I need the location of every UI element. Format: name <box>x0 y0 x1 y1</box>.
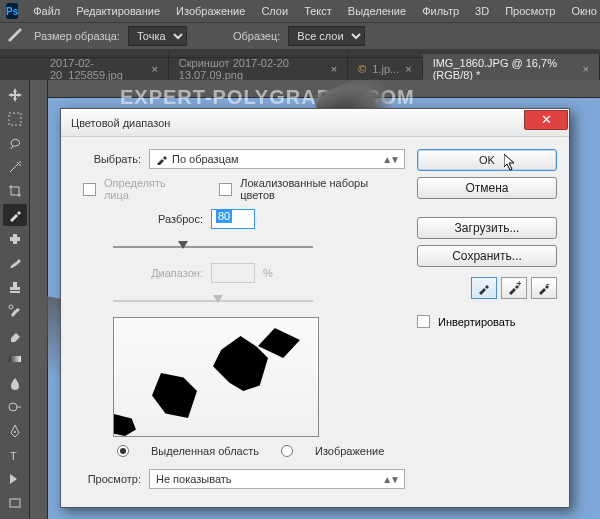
close-icon[interactable]: × <box>331 63 337 75</box>
menu-edit[interactable]: Редактирование <box>69 3 167 19</box>
document-tab[interactable]: ©1.jp...× <box>348 60 422 78</box>
tool-palette: T <box>0 80 30 519</box>
sample-layers-label: Образец: <box>233 30 280 42</box>
document-tab-bar: 2017-02-20_125859.jpg× Скриншот 2017-02-… <box>0 58 600 80</box>
select-method-dropdown[interactable]: По образцам ▲▼ <box>149 149 405 169</box>
invert-checkbox[interactable] <box>417 315 430 328</box>
shape-tool-icon[interactable] <box>3 492 27 514</box>
mouse-cursor-icon <box>504 154 518 172</box>
tool-preset-icon[interactable] <box>6 26 26 46</box>
menu-window[interactable]: Окно <box>564 3 600 19</box>
preview-selection-radio[interactable] <box>117 445 129 457</box>
preview-mode-dropdown[interactable]: Не показывать ▲▼ <box>149 469 405 489</box>
close-icon[interactable]: × <box>405 63 411 75</box>
menu-layers[interactable]: Слои <box>254 3 295 19</box>
load-button[interactable]: Загрузить... <box>417 217 557 239</box>
range-slider <box>113 291 313 311</box>
eyedropper-subtract-button[interactable]: - <box>531 277 557 299</box>
svg-point-6 <box>14 431 16 433</box>
color-range-dialog: Цветовой диапазон ✕ Выбрать: По образцам… <box>60 108 570 508</box>
select-label: Выбрать: <box>73 153 141 165</box>
type-tool-icon[interactable]: T <box>3 444 27 466</box>
eraser-tool-icon[interactable] <box>3 324 27 346</box>
menu-file[interactable]: Файл <box>26 3 67 19</box>
svg-text:+: + <box>516 281 521 289</box>
blur-tool-icon[interactable] <box>3 372 27 394</box>
svg-point-3 <box>9 305 13 309</box>
preview-mode-label: Просмотр: <box>73 473 141 485</box>
svg-rect-2 <box>13 234 17 244</box>
preview-image-radio[interactable] <box>281 445 293 457</box>
path-tool-icon[interactable] <box>3 468 27 490</box>
history-brush-tool-icon[interactable] <box>3 300 27 322</box>
range-label: Диапазон: <box>73 267 203 279</box>
menu-filter[interactable]: Фильтр <box>415 3 466 19</box>
gradient-tool-icon[interactable] <box>3 348 27 370</box>
sample-size-label: Размер образца: <box>34 30 120 42</box>
close-button[interactable]: ✕ <box>524 110 568 130</box>
svg-text:T: T <box>10 450 17 462</box>
crop-tool-icon[interactable] <box>3 180 27 202</box>
svg-point-5 <box>9 403 17 411</box>
save-button[interactable]: Сохранить... <box>417 245 557 267</box>
detect-faces-label: Определять лица <box>104 177 193 201</box>
invert-label: Инвертировать <box>438 316 515 328</box>
lasso-tool-icon[interactable] <box>3 132 27 154</box>
ok-button[interactable]: OK <box>417 149 557 171</box>
menu-select[interactable]: Выделение <box>341 3 413 19</box>
detect-faces-checkbox <box>83 183 96 196</box>
svg-rect-4 <box>9 356 21 362</box>
preview-selection-label: Выделенная область <box>151 445 259 457</box>
eyedropper-tool-icon[interactable] <box>3 204 27 226</box>
svg-text:-: - <box>546 281 550 289</box>
eyedropper-icon <box>156 153 168 165</box>
move-tool-icon[interactable] <box>3 84 27 106</box>
app-window: Ps Файл Редактирование Изображение Слои … <box>0 0 600 519</box>
pen-tool-icon[interactable] <box>3 420 27 442</box>
dialog-titlebar[interactable]: Цветовой диапазон ✕ <box>61 109 569 137</box>
menu-view[interactable]: Просмотр <box>498 3 562 19</box>
main-menu-bar: Ps Файл Редактирование Изображение Слои … <box>0 0 600 22</box>
fuzziness-input[interactable]: 80 <box>211 209 255 229</box>
sample-size-select[interactable]: Точка <box>128 26 187 46</box>
eyedropper-add-button[interactable]: + <box>501 277 527 299</box>
fuzziness-label: Разброс: <box>73 213 203 225</box>
fuzziness-slider[interactable] <box>113 237 313 257</box>
options-bar: Размер образца: Точка Образец: Все слои <box>0 22 600 50</box>
brush-tool-icon[interactable] <box>3 252 27 274</box>
localized-colors-checkbox[interactable] <box>219 183 232 196</box>
ps-logo-icon: Ps <box>6 3 18 19</box>
range-input <box>211 263 255 283</box>
sample-layers-select[interactable]: Все слои <box>288 26 365 46</box>
close-icon[interactable]: × <box>583 63 589 75</box>
menu-3d[interactable]: 3D <box>468 3 496 19</box>
menu-text[interactable]: Текст <box>297 3 339 19</box>
selection-preview[interactable] <box>113 317 319 437</box>
healing-tool-icon[interactable] <box>3 228 27 250</box>
stamp-tool-icon[interactable] <box>3 276 27 298</box>
cancel-button[interactable]: Отмена <box>417 177 557 199</box>
dialog-title: Цветовой диапазон <box>71 117 170 129</box>
dodge-tool-icon[interactable] <box>3 396 27 418</box>
range-unit: % <box>263 267 273 279</box>
preview-image-label: Изображение <box>315 445 384 457</box>
eyedropper-sample-button[interactable] <box>471 277 497 299</box>
marquee-tool-icon[interactable] <box>3 108 27 130</box>
wand-tool-icon[interactable] <box>3 156 27 178</box>
menu-image[interactable]: Изображение <box>169 3 252 19</box>
close-icon[interactable]: × <box>151 63 157 75</box>
svg-rect-0 <box>9 113 21 125</box>
localized-colors-label: Локализованные наборы цветов <box>240 177 405 201</box>
svg-rect-8 <box>10 499 20 507</box>
